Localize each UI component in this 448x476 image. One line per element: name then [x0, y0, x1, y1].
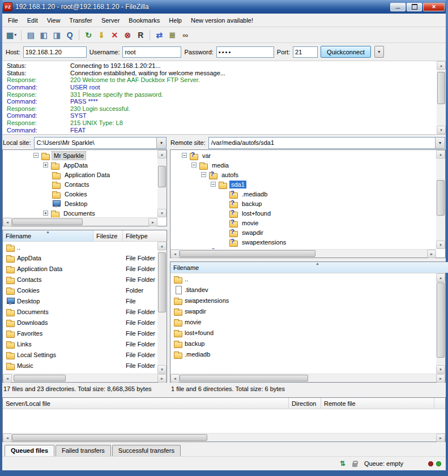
scrollbar-thumb[interactable]	[14, 375, 66, 381]
file-row-application-data[interactable]: Application DataFile Folder	[3, 263, 157, 274]
scroll-up-icon[interactable]: ▲	[157, 242, 167, 250]
scroll-down-icon[interactable]: ▼	[436, 241, 445, 249]
file-row-backup[interactable]: backup	[171, 338, 436, 349]
scrollbar-thumb[interactable]	[158, 252, 166, 312]
scrollbar-track[interactable]	[180, 250, 427, 258]
log-vscrollbar[interactable]: ▲▼	[437, 61, 446, 134]
speed-limits-icon[interactable]: ⇅	[338, 459, 347, 468]
quickconnect-dropdown-button[interactable]	[374, 46, 384, 58]
scrollbar-thumb[interactable]	[12, 218, 83, 225]
collapse-icon[interactable]: −	[211, 182, 216, 187]
process-queue-button[interactable]: ⇓	[95, 29, 108, 41]
tab-failed-transfers[interactable]: Failed transfers	[56, 445, 111, 456]
close-button[interactable]	[423, 3, 445, 11]
toggle-queue-button[interactable]: Q	[63, 29, 76, 41]
port-input[interactable]	[293, 46, 318, 58]
username-input[interactable]	[122, 46, 181, 58]
synchronized-browsing-button[interactable]: ≣	[166, 29, 178, 41]
file-row-mediadb[interactable]: .mediadb	[171, 349, 436, 359]
column-header-remote-file[interactable]: Remote file	[321, 398, 434, 409]
column-header-filetype[interactable]: Filetype	[123, 230, 168, 241]
file-row-downloads[interactable]: DownloadsFile Folder	[3, 317, 157, 328]
column-header-direction[interactable]: Direction	[289, 398, 321, 409]
host-input[interactable]	[23, 46, 87, 58]
scrollbar-track[interactable]	[436, 158, 445, 241]
local-tree-vscrollbar[interactable]: ▲▼	[157, 150, 167, 217]
local-list-hscrollbar[interactable]: ◄►	[3, 374, 167, 382]
tree-item-swapextensions[interactable]: ?swapextensions	[171, 237, 436, 247]
file-row-item[interactable]: ..	[3, 242, 157, 252]
tab-queued-files[interactable]: Queued files	[5, 445, 54, 456]
tree-item-appdata[interactable]: +AppData	[3, 160, 157, 170]
collapse-icon[interactable]: −	[191, 162, 197, 168]
scroll-down-icon[interactable]: ▼	[436, 365, 445, 374]
collapse-icon[interactable]: −	[201, 172, 206, 177]
menu-item-edit[interactable]: Edit	[23, 14, 42, 27]
scroll-down-icon[interactable]: ▼	[157, 209, 167, 217]
tree-item-var[interactable]: −?var	[171, 151, 436, 160]
expand-icon[interactable]: +	[43, 211, 48, 216]
scroll-right-icon[interactable]: ►	[157, 374, 167, 383]
minimize-button[interactable]	[390, 3, 406, 11]
file-row-lost-found[interactable]: lost+found	[171, 327, 436, 338]
scroll-left-icon[interactable]: ◄	[170, 250, 180, 258]
scrollbar-track[interactable]	[180, 374, 436, 382]
file-row-favorites[interactable]: FavoritesFile Folder	[3, 328, 157, 338]
combo-dropdown-icon[interactable]	[435, 138, 445, 148]
scroll-up-icon[interactable]: ▲	[157, 150, 167, 158]
scrollbar-thumb[interactable]	[158, 166, 166, 187]
scroll-right-icon[interactable]: ►	[427, 250, 436, 258]
file-row-music[interactable]: MusicFile Folder	[3, 360, 157, 371]
tree-item-cookies[interactable]: Cookies	[3, 189, 157, 199]
scrollbar-thumb[interactable]	[180, 250, 315, 257]
file-row-appdata[interactable]: AppDataFile Folder	[3, 252, 157, 263]
scrollbar-thumb[interactable]	[437, 282, 445, 357]
scrollbar-track[interactable]	[437, 70, 446, 126]
tab-successful-transfers[interactable]: Successful transfers	[112, 445, 181, 456]
collapse-icon[interactable]: −	[33, 153, 39, 158]
scroll-left-icon[interactable]: ◄	[3, 218, 12, 226]
scrollbar-track[interactable]	[157, 158, 167, 209]
scroll-left-icon[interactable]: ◄	[170, 374, 180, 383]
expand-icon[interactable]: +	[43, 162, 48, 168]
file-row-titandev[interactable]: .titandev	[171, 284, 436, 295]
remote-tree-hscrollbar[interactable]: ◄►	[170, 249, 436, 258]
scroll-up-icon[interactable]: ▲	[437, 61, 446, 70]
column-header-filename[interactable]: Filename▲	[170, 262, 448, 273]
remote-list-hscrollbar[interactable]: ◄►	[170, 374, 445, 382]
site-manager-button[interactable]: ▦▾	[5, 29, 18, 41]
menu-item-bookmarks[interactable]: Bookmarks	[124, 14, 164, 27]
local-site-combo[interactable]: C:\Users\Mr Sparkle\	[34, 137, 167, 149]
collapse-icon[interactable]: −	[182, 153, 187, 158]
tree-item-media[interactable]: −media	[171, 160, 436, 170]
encryption-icon[interactable]	[351, 459, 360, 468]
tree-item-documents[interactable]: +Documents	[3, 208, 157, 217]
file-row-swapdir[interactable]: swapdir	[171, 306, 436, 316]
scrollbar-track[interactable]	[12, 434, 436, 441]
password-input[interactable]	[216, 46, 274, 58]
menu-item-view[interactable]: View	[42, 14, 65, 27]
scroll-left-icon[interactable]: ◄	[3, 374, 12, 383]
tree-item-autofs[interactable]: −?autofs	[171, 170, 436, 179]
local-tree-hscrollbar[interactable]: ◄►	[3, 217, 157, 226]
scrollbar-track[interactable]	[12, 374, 157, 382]
tree-item-backup[interactable]: ?backup	[171, 199, 436, 208]
toggle-local-tree-button[interactable]: ◧	[37, 29, 50, 41]
scroll-left-icon[interactable]: ◄	[3, 434, 12, 442]
queue-hscrollbar[interactable]: ◄►	[3, 433, 445, 441]
column-header-server-local-file[interactable]: Server/Local file	[3, 398, 289, 409]
refresh-button[interactable]: ↻	[82, 29, 95, 41]
column-header-filename[interactable]: Filename▲	[3, 230, 93, 241]
toggle-remote-tree-button[interactable]: ◨	[50, 29, 63, 41]
scroll-up-icon[interactable]: ▲	[436, 273, 445, 282]
toggle-log-button[interactable]: ▤	[24, 29, 37, 41]
scrollbar-thumb[interactable]	[12, 434, 207, 441]
menu-item-file[interactable]: File	[3, 14, 23, 27]
remote-list-vscrollbar[interactable]: ▲▼	[436, 273, 445, 374]
file-row-desktop[interactable]: DesktopFile	[3, 295, 157, 306]
cancel-button[interactable]: ✕	[108, 29, 121, 41]
tree-item-application-data[interactable]: Application Data	[3, 170, 157, 179]
menu-item-server[interactable]: Server	[97, 14, 124, 27]
find-files-button[interactable]: ∞	[179, 29, 191, 41]
remote-tree-vscrollbar[interactable]: ▲▼	[436, 150, 445, 249]
